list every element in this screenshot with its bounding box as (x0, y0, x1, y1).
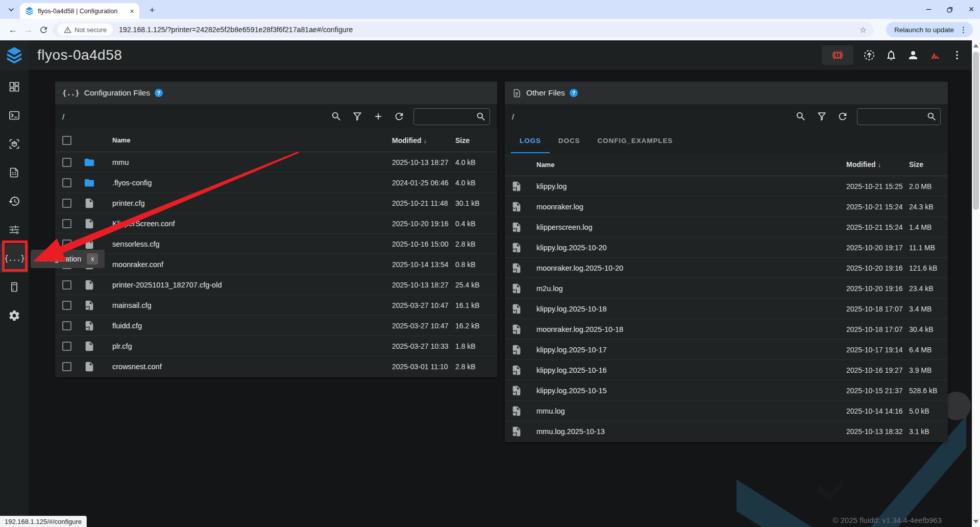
scrollbar-up-arrow[interactable] (973, 44, 978, 47)
tab-strip-chevron-button[interactable] (5, 4, 17, 15)
table-row[interactable]: crowsnest.conf2025-03-01 11:102.8 kB (55, 356, 497, 377)
bookmark-star-icon[interactable]: ☆ (860, 25, 867, 35)
row-checkbox[interactable] (62, 219, 71, 228)
table-row[interactable]: sensorless.cfg2025-10-16 15:002.8 kB (55, 234, 497, 254)
breadcrumb-path[interactable]: / (512, 112, 514, 121)
refresh-icon[interactable] (837, 110, 849, 123)
other-file-rows: klippy.log2025-10-21 15:252.0 MBmoonrake… (505, 176, 948, 442)
file-icon (84, 238, 112, 250)
browser-tab-strip: flyos-0a4d58 | Configuration × + × (0, 0, 980, 19)
column-modified[interactable]: Modified↓ (846, 160, 909, 169)
table-row[interactable]: moonraker.conf2025-10-14 13:540.8 kB (55, 254, 497, 275)
table-row[interactable]: KlipperScreen.conf2025-10-20 19:160.4 kB (55, 213, 497, 234)
column-size[interactable]: Size (909, 160, 942, 169)
sidebar-item-console[interactable] (0, 101, 29, 130)
notifications-bell-icon[interactable] (885, 49, 897, 61)
window-restore-button[interactable] (945, 5, 954, 14)
file-search-box[interactable] (413, 108, 490, 125)
file-modified: 2025-10-15 21:37 (846, 387, 909, 395)
row-checkbox[interactable] (62, 158, 71, 167)
sidebar-item-system[interactable] (0, 273, 29, 301)
column-size[interactable]: Size (455, 136, 490, 145)
table-row[interactable]: klippy.log.2025-10-162025-10-16 19:273.9… (505, 360, 948, 380)
file-modified: 2025-10-21 15:24 (846, 223, 909, 231)
select-all-checkbox[interactable] (62, 136, 71, 145)
refresh-icon[interactable] (393, 110, 405, 123)
file-name: moonraker.log.2025-10-18 (536, 325, 846, 333)
sidebar-item-history[interactable] (0, 187, 29, 215)
table-row[interactable]: mainsail.cfg2025-03-27 10:4716.1 kB (55, 295, 497, 316)
row-checkbox[interactable] (62, 342, 71, 351)
column-name[interactable]: Name (536, 161, 846, 169)
table-row[interactable]: printer-20251013_182707.cfg-old2025-10-1… (55, 275, 497, 295)
fluidd-logo[interactable] (0, 40, 29, 70)
table-row[interactable]: .flyos-config2024-01-25 06:464.0 kB (55, 173, 497, 193)
table-row[interactable]: klipperscreen.log2025-10-21 15:241.4 MB (505, 217, 948, 237)
browser-menu-kebab-icon[interactable] (959, 26, 968, 34)
reload-button[interactable] (37, 23, 50, 36)
sidebar-item-settings[interactable] (0, 301, 29, 330)
column-name[interactable]: Name (112, 136, 392, 144)
configuration-tooltip: Configuration x (31, 250, 105, 268)
relaunch-to-update-button[interactable]: Relaunch to update (886, 22, 973, 37)
file-modified: 2025-10-13 18:32 (846, 427, 909, 436)
document-icon (512, 88, 522, 98)
tab-close-icon[interactable]: × (130, 7, 134, 15)
address-bar[interactable]: Not secure 192.168.1.125/?printer=24282e… (53, 22, 874, 37)
table-row[interactable]: moonraker.log.2025-10-202025-10-20 19:16… (505, 258, 948, 278)
sidebar-item-gcode-preview[interactable] (0, 130, 29, 158)
add-file-button[interactable]: + (372, 110, 384, 123)
back-button[interactable]: ← (6, 23, 19, 36)
row-checkbox[interactable] (62, 199, 71, 208)
window-minimize-button[interactable] (924, 5, 933, 14)
search-icon[interactable] (795, 110, 807, 123)
table-row[interactable]: klippy.log2025-10-21 15:252.0 MB (505, 176, 948, 197)
emergency-stop-button[interactable] (822, 45, 853, 65)
breadcrumb-path[interactable]: / (62, 112, 64, 121)
filter-icon[interactable] (816, 110, 828, 123)
scrollbar-thumb[interactable] (973, 52, 979, 210)
row-checkbox[interactable] (62, 301, 71, 310)
new-tab-button[interactable]: + (145, 3, 159, 17)
table-row[interactable]: mmu.log2025-10-14 14:165.0 kB (505, 401, 948, 421)
table-row[interactable]: moonraker.log2025-10-21 15:2424.3 kB (505, 197, 948, 217)
column-modified[interactable]: Modified↓ (392, 136, 455, 145)
search-icon[interactable] (330, 110, 342, 123)
security-chip[interactable]: Not secure (58, 23, 113, 36)
row-checkbox[interactable] (62, 362, 71, 371)
table-row[interactable]: m2u.log2025-10-20 19:1623.4 kB (505, 278, 948, 299)
table-row[interactable]: moonraker.log.2025-10-182025-10-18 17:07… (505, 319, 948, 340)
app-menu-kebab-icon[interactable] (951, 49, 963, 61)
table-row[interactable]: printer.cfg2025-10-21 11:4830.1 kB (55, 193, 497, 213)
row-checkbox[interactable] (62, 280, 71, 290)
brand-logo-icon[interactable] (929, 49, 941, 61)
sidebar-item-tune[interactable] (0, 215, 29, 244)
help-icon[interactable]: ? (570, 89, 578, 97)
help-icon[interactable]: ? (155, 89, 163, 97)
table-row[interactable]: klippy.log.2025-10-172025-10-17 19:146.4… (505, 340, 948, 360)
table-row[interactable]: mmu2025-10-13 18:274.0 kB (55, 152, 497, 173)
row-checkbox[interactable] (62, 178, 71, 187)
page-scrollbar[interactable] (972, 40, 980, 527)
tab-logs[interactable]: LOGS (511, 129, 550, 153)
update-icon[interactable] (863, 49, 875, 61)
tab-docs[interactable]: DOCS (550, 129, 589, 152)
row-checkbox[interactable] (62, 321, 71, 330)
braces-icon: {..} (62, 89, 80, 97)
table-row[interactable]: klippy.log.2025-10-152025-10-15 21:37528… (505, 380, 948, 401)
row-checkbox[interactable] (62, 239, 71, 249)
table-row[interactable]: klippy.log.2025-10-182025-10-18 17:073.4… (505, 299, 948, 319)
window-close-button[interactable]: × (967, 5, 976, 14)
table-row[interactable]: mmu.log.2025-10-132025-10-13 18:323.1 kB (505, 421, 948, 442)
browser-tab[interactable]: flyos-0a4d58 | Configuration × (20, 3, 139, 19)
sidebar-item-jobs[interactable] (0, 158, 29, 187)
table-row[interactable]: fluidd.cfg2025-03-27 10:4716.2 kB (55, 316, 497, 336)
filter-icon[interactable] (351, 110, 363, 123)
user-account-icon[interactable] (907, 49, 919, 61)
scrollbar-down-arrow[interactable] (973, 520, 978, 523)
sidebar-item-dashboard[interactable] (0, 73, 29, 101)
tab-config_examples[interactable]: CONFIG_EXAMPLES (589, 129, 681, 152)
table-row[interactable]: klippy.log.2025-10-202025-10-20 19:1711.… (505, 237, 948, 258)
file-search-box[interactable] (857, 108, 941, 125)
table-row[interactable]: plr.cfg2025-03-27 10:331.8 kB (55, 336, 497, 356)
